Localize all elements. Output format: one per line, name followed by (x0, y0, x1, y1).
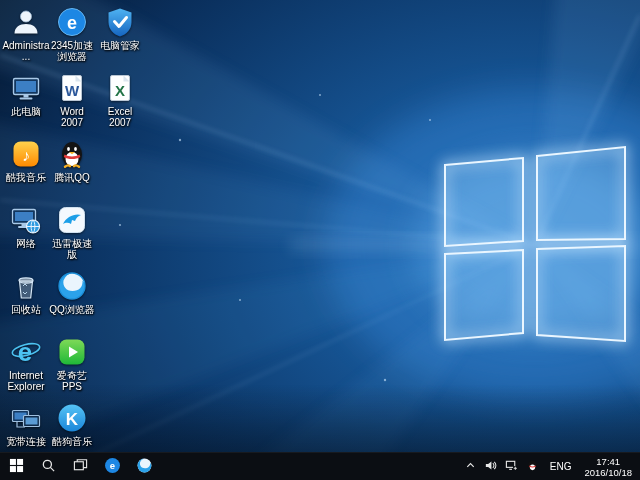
taskbar-app-qq-browser[interactable] (128, 453, 160, 480)
thunder-xunlei-icon (56, 204, 88, 236)
2345-browser-icon: e (104, 457, 121, 477)
desktop-icon-network[interactable]: 网络 (2, 204, 50, 249)
volume-icon (484, 459, 497, 475)
desktop-icon-excel-2007[interactable]: X Excel 2007 (96, 72, 144, 128)
desktop-icon-label: Internet Explorer (2, 370, 50, 392)
desktop-icon-qq-browser[interactable]: QQ浏览器 (48, 270, 96, 315)
desktop-icon-label: 酷狗音乐 (52, 436, 92, 447)
desktop-icon-label: 酷我音乐 (6, 172, 46, 183)
desktop-icon-label: 电脑管家 (100, 40, 140, 51)
this-pc-icon (10, 72, 42, 104)
desktop-icon-label: 2345加速浏览器 (48, 40, 96, 62)
chevron-up-icon (465, 459, 476, 474)
kugou-music-icon: K (56, 402, 88, 434)
desktop-icon-kugou-music[interactable]: K 酷狗音乐 (48, 402, 96, 447)
start-button[interactable] (0, 453, 32, 480)
clock-time: 17:41 (596, 456, 620, 467)
desktop-icon-label: 此电脑 (11, 106, 41, 117)
system-tray: ENG 17:41 2016/10/18 (461, 453, 640, 480)
desktop-icon-2345-browser[interactable]: e 2345加速浏览器 (48, 6, 96, 62)
iqiyi-pps-icon (56, 336, 88, 368)
desktop-icon-label: 迅雷极速版 (48, 238, 96, 260)
pc-manager-shield-icon (104, 6, 136, 38)
desktop-icon-label: Excel 2007 (96, 106, 144, 128)
tencent-qq-icon (56, 138, 88, 170)
task-view-icon (73, 458, 88, 476)
2345-browser-icon: e (56, 6, 88, 38)
user-folder-icon (10, 6, 42, 38)
volume-button[interactable] (480, 453, 501, 480)
desktop-icon-recycle-bin[interactable]: 回收站 (2, 270, 50, 315)
network-status-button[interactable] (501, 453, 522, 480)
search-icon (41, 458, 56, 476)
desktop-icon-iqiyi-pps[interactable]: 爱奇艺PPS (48, 336, 96, 392)
tray-show-hidden-button[interactable] (461, 453, 480, 480)
word-2007-icon: W (56, 72, 88, 104)
task-view-button[interactable] (64, 453, 96, 480)
language-indicator[interactable]: ENG (543, 453, 579, 480)
svg-text:X: X (115, 82, 125, 99)
desktop-icon-word-2007[interactable]: W Word 2007 (48, 72, 96, 128)
desktop-icon-label: QQ浏览器 (49, 304, 95, 315)
network-icon (10, 204, 42, 236)
svg-text:K: K (66, 410, 79, 429)
desktop-icon-internet-explorer[interactable]: e Internet Explorer (2, 336, 50, 392)
desktop-icon-label: 宽带连接 (6, 436, 46, 447)
desktop-icon-this-pc[interactable]: 此电脑 (2, 72, 50, 117)
desktop-icon-tencent-qq[interactable]: 腾讯QQ (48, 138, 96, 183)
svg-text:e: e (18, 337, 32, 367)
clock-date: 2016/10/18 (584, 467, 632, 478)
desktop-icon-administrator[interactable]: Administra... (2, 6, 50, 62)
svg-text:♪: ♪ (22, 147, 30, 164)
desktop-icon-label: Word 2007 (48, 106, 96, 128)
clock[interactable]: 17:41 2016/10/18 (578, 453, 640, 480)
desktop-icon-label: 爱奇艺PPS (48, 370, 96, 392)
desktop-icon-broadband-connection[interactable]: 宽带连接 (2, 402, 50, 447)
desktop: Administra... e 2345加速浏览器 电脑管家 此电脑 W Wor… (0, 0, 640, 480)
qq-tray-icon (526, 459, 539, 475)
broadband-connection-icon (10, 402, 42, 434)
desktop-icon-label: 回收站 (11, 304, 41, 315)
desktop-icon-pc-manager[interactable]: 电脑管家 (96, 6, 144, 51)
internet-explorer-icon: e (10, 336, 42, 368)
taskbar: e ENG 17:41 2016/10/18 (0, 452, 640, 480)
desktop-icon-label: 腾讯QQ (54, 172, 90, 183)
qq-browser-icon (56, 270, 88, 302)
desktop-icon-label: 网络 (16, 238, 36, 249)
windows-logo-icon (9, 458, 24, 476)
svg-text:e: e (67, 13, 77, 33)
svg-text:W: W (65, 82, 80, 99)
desktop-icon-kuwo-music[interactable]: ♪ 酷我音乐 (2, 138, 50, 183)
svg-text:e: e (109, 460, 114, 471)
qq-browser-icon (136, 457, 153, 477)
desktop-icon-label: Administra... (2, 40, 50, 62)
qq-tray-button[interactable] (522, 453, 543, 480)
search-button[interactable] (32, 453, 64, 480)
network-status-icon (505, 459, 518, 475)
excel-2007-icon: X (104, 72, 136, 104)
desktop-icon-thunder[interactable]: 迅雷极速版 (48, 204, 96, 260)
kuwo-music-icon: ♪ (10, 138, 42, 170)
recycle-bin-icon (10, 270, 42, 302)
taskbar-app-2345-browser[interactable]: e (96, 453, 128, 480)
